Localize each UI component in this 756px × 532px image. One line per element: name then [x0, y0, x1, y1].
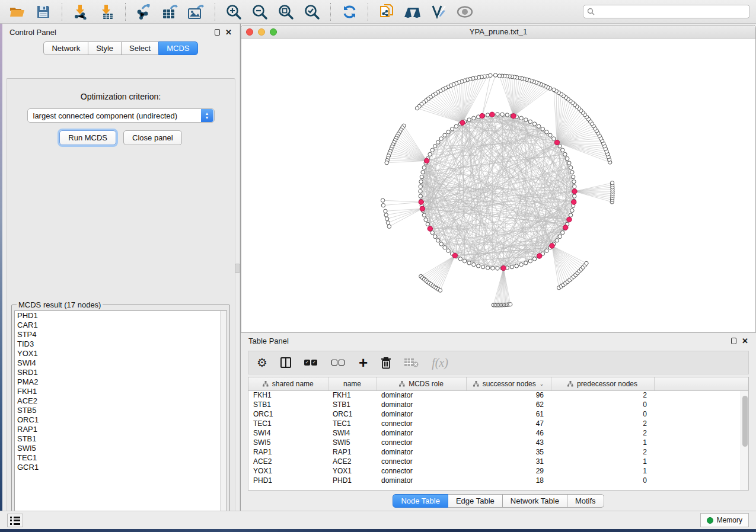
network-node[interactable]	[433, 235, 437, 238]
delete-column-button[interactable]	[381, 357, 391, 369]
network-node[interactable]	[537, 124, 540, 128]
close-panel-icon[interactable]: ✕	[225, 28, 232, 36]
table-row[interactable]: SWI4SWI4dominator462	[248, 428, 749, 438]
network-node[interactable]	[420, 175, 423, 178]
mcds-hub-node[interactable]	[420, 206, 425, 211]
mcds-hub-node[interactable]	[490, 112, 495, 117]
scrollbar-thumb[interactable]	[742, 396, 748, 447]
network-node[interactable]	[561, 230, 564, 234]
network-node[interactable]	[496, 267, 499, 270]
zoom-in-button[interactable]	[222, 2, 245, 21]
hide-details-button[interactable]	[428, 2, 450, 21]
network-node[interactable]	[446, 249, 450, 252]
network-node[interactable]	[545, 249, 548, 252]
search-input[interactable]	[597, 8, 746, 16]
export-image-button[interactable]	[185, 2, 208, 21]
network-node[interactable]	[509, 303, 512, 306]
run-mcds-button[interactable]: Run MCDS	[59, 130, 116, 145]
network-node[interactable]	[489, 73, 492, 77]
network-node[interactable]	[384, 209, 387, 213]
mcds-result-item[interactable]: SWI4	[15, 358, 227, 368]
export-network-button[interactable]	[133, 2, 155, 21]
network-node[interactable]	[571, 175, 575, 178]
deselect-all-rows-button[interactable]	[331, 360, 346, 366]
float-panel-icon[interactable]	[215, 29, 220, 36]
network-node[interactable]	[505, 113, 509, 117]
network-node[interactable]	[541, 127, 544, 131]
task-history-button[interactable]	[7, 514, 23, 527]
mcds-hub-node[interactable]	[563, 225, 568, 230]
mcds-hub-node[interactable]	[572, 189, 577, 194]
network-node[interactable]	[467, 118, 471, 121]
network-node[interactable]	[387, 225, 391, 228]
tab-mcds[interactable]: MCDS	[158, 41, 197, 55]
float-panel-icon[interactable]	[731, 338, 736, 344]
network-node[interactable]	[561, 148, 564, 152]
mcds-result-item[interactable]: SWI5	[15, 444, 227, 453]
table-row[interactable]: ORC1ORC1dominator610	[248, 409, 749, 419]
network-node[interactable]	[545, 130, 548, 134]
network-node[interactable]	[438, 289, 442, 292]
open-file-button[interactable]	[6, 2, 28, 21]
column-header-predecessor-nodes[interactable]: predecessor nodes	[551, 377, 654, 390]
network-canvas[interactable]	[241, 39, 755, 333]
mcds-hub-node[interactable]	[452, 253, 457, 258]
close-panel-button[interactable]: Close panel	[123, 130, 182, 145]
network-node[interactable]	[565, 156, 569, 160]
clone-network-button[interactable]	[375, 2, 398, 21]
mcds-hub-node[interactable]	[567, 217, 572, 222]
mcds-result-item[interactable]: GCR1	[15, 463, 227, 472]
network-node[interactable]	[443, 246, 446, 249]
network-node[interactable]	[472, 262, 476, 266]
network-node[interactable]	[430, 148, 434, 152]
network-node[interactable]	[381, 198, 384, 202]
network-node[interactable]	[458, 257, 462, 261]
network-node[interactable]	[433, 144, 437, 148]
mcds-result-item[interactable]: YOX1	[15, 349, 227, 358]
table-row[interactable]: ACE2ACE2connector311	[248, 457, 749, 466]
network-node[interactable]	[385, 217, 389, 220]
network-node[interactable]	[439, 137, 443, 140]
network-node[interactable]	[610, 181, 614, 185]
mcds-hub-node[interactable]	[537, 254, 542, 258]
table-row[interactable]: SWI5SWI5connector431	[248, 438, 749, 447]
mcds-result-item[interactable]: PHD1	[15, 311, 227, 321]
mcds-result-item[interactable]: CAR1	[15, 321, 227, 330]
network-node[interactable]	[454, 124, 458, 128]
network-node[interactable]	[472, 116, 476, 120]
network-node[interactable]	[567, 161, 571, 165]
network-node[interactable]	[467, 261, 471, 265]
memory-button[interactable]: Memory	[700, 513, 749, 527]
table-row[interactable]: YOX1YOX1connector291	[248, 466, 749, 476]
table-row[interactable]: RAP1RAP1dominator352	[248, 447, 749, 457]
network-node[interactable]	[532, 257, 536, 261]
mcds-result-item[interactable]: SRD1	[15, 368, 227, 377]
import-network-button[interactable]	[69, 2, 92, 21]
network-node[interactable]	[419, 194, 422, 198]
network-node[interactable]	[422, 166, 426, 169]
split-columns-button[interactable]	[280, 357, 291, 368]
mcds-result-item[interactable]: RAP1	[15, 425, 227, 434]
mcds-hub-node[interactable]	[501, 265, 506, 270]
network-node[interactable]	[585, 261, 588, 265]
network-node[interactable]	[419, 180, 423, 184]
network-node[interactable]	[481, 265, 484, 268]
network-node[interactable]	[430, 230, 434, 234]
network-node[interactable]	[384, 213, 388, 217]
network-node[interactable]	[443, 133, 446, 137]
network-node[interactable]	[450, 127, 454, 131]
network-node[interactable]	[573, 185, 576, 188]
mcds-result-item[interactable]: STB5	[15, 406, 227, 415]
network-node[interactable]	[558, 235, 562, 238]
network-node[interactable]	[528, 120, 532, 123]
mcds-hub-node[interactable]	[572, 200, 576, 204]
table-row[interactable]: FKH1FKH1dominator962	[248, 390, 749, 400]
import-table-button[interactable]	[95, 2, 118, 21]
add-column-button[interactable]: +	[359, 355, 368, 370]
mcds-hub-node[interactable]	[428, 226, 432, 231]
network-node[interactable]	[548, 133, 552, 137]
network-node[interactable]	[519, 116, 523, 120]
mcds-result-item[interactable]: ORC1	[15, 415, 227, 425]
mcds-hub-node[interactable]	[424, 158, 429, 163]
network-node[interactable]	[570, 170, 574, 174]
